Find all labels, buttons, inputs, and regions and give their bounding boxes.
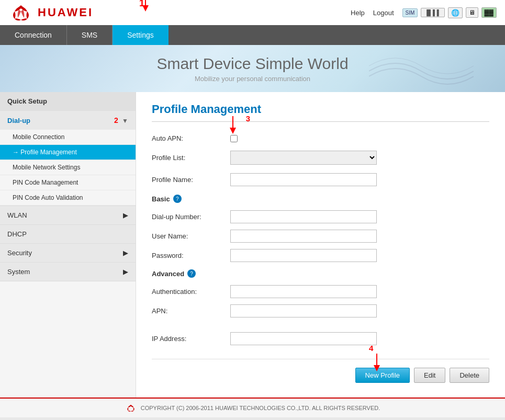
globe-icon: 🌐: [448, 7, 463, 18]
password-input[interactable]: [230, 249, 377, 262]
footer: COPYRIGHT (C) 2006-2011 HUAWEI TECHNOLOG…: [0, 398, 505, 417]
apn-row: APN:: [152, 301, 489, 321]
profile-list-row: Profile List:: [152, 146, 489, 169]
auto-apn-checkbox[interactable]: [230, 135, 238, 142]
main-area: Quick Setup Dial-up 2 ▼ Mobile Connectio…: [0, 92, 505, 398]
banner-decoration: [369, 50, 474, 92]
authentication-input[interactable]: [230, 285, 377, 298]
dhcp-header[interactable]: DHCP: [0, 225, 136, 243]
banner-subtitle: Mobilize your personal communication: [195, 75, 310, 83]
ip-address-label: IP Address:: [152, 335, 230, 343]
profile-list-select[interactable]: [230, 151, 377, 165]
system-label: System: [7, 268, 30, 276]
annotation-3: 3: [246, 114, 250, 123]
apn-input[interactable]: [230, 304, 377, 317]
basic-section-header: Basic ?: [152, 190, 489, 207]
sidebar-item-mobile-network[interactable]: Mobile Network Settings: [0, 160, 136, 175]
auto-apn-label: Auto APN:: [152, 134, 230, 142]
nav-item-connection[interactable]: Connection: [0, 25, 67, 45]
profile-name-input[interactable]: [230, 173, 377, 186]
nav-item-settings[interactable]: Settings: [113, 25, 169, 45]
header-logo: HUAWEI 1: [8, 3, 129, 22]
ip-address-row: IP Address:: [152, 329, 489, 348]
dialup-arrow: 2 ▼: [114, 116, 128, 124]
username-input[interactable]: [230, 230, 377, 243]
wlan-header[interactable]: WLAN ▶: [0, 206, 136, 224]
help-link[interactable]: Help: [351, 9, 365, 17]
banner-title: Smart Device Simple World: [156, 55, 348, 73]
logout-link[interactable]: Logout: [373, 9, 394, 17]
annotation-arrow-4: [369, 353, 385, 371]
sidebar-item-pin-auto-validation[interactable]: PIN Code Auto Validation: [0, 190, 136, 206]
dialup-label: Dial-up: [7, 117, 30, 124]
profile-name-row: Profile Name:: [152, 169, 489, 190]
logo-text: HUAWEI: [38, 6, 93, 19]
auto-apn-control: 3: [230, 135, 259, 142]
delete-button[interactable]: Delete: [450, 368, 489, 383]
authentication-row: Authentication:: [152, 282, 489, 301]
profile-name-label: Profile Name:: [152, 176, 230, 184]
battery-icon: ▓▓: [481, 7, 497, 18]
advanced-section-header: Advanced ?: [152, 265, 489, 282]
username-label: User Name:: [152, 232, 230, 240]
wlan-label: WLAN: [7, 211, 27, 219]
dialup-number-row: Dial-up Number:: [152, 207, 489, 226]
footer-logo-icon: [125, 404, 137, 412]
sidebar-section-wlan: WLAN ▶: [0, 206, 136, 225]
quick-setup-header[interactable]: Quick Setup: [0, 92, 136, 110]
annotation-2: 2: [114, 116, 118, 124]
banner: Smart Device Simple World Mobilize your …: [0, 45, 505, 92]
dialup-number-input[interactable]: [230, 210, 377, 223]
annotation-arrow-1: [136, 0, 157, 12]
sidebar-item-pin-management[interactable]: PIN Code Management: [0, 175, 136, 190]
status-icons: SIM ▐▌▌▌ 🌐 🖥 ▓▓: [402, 7, 497, 18]
button-row: 4 New Profile Edit Delete: [152, 359, 489, 387]
monitor-icon: 🖥: [466, 7, 478, 18]
dialup-header[interactable]: Dial-up 2 ▼: [0, 111, 136, 130]
sim-icon: SIM: [402, 8, 418, 17]
annotation-4: 4: [369, 344, 373, 353]
annotation-3-container: 3: [225, 115, 241, 135]
header-right: Help Logout SIM ▐▌▌▌ 🌐 🖥 ▓▓: [351, 7, 497, 18]
sidebar-item-mobile-connection[interactable]: Mobile Connection: [0, 130, 136, 145]
sidebar: Quick Setup Dial-up 2 ▼ Mobile Connectio…: [0, 92, 136, 398]
system-header[interactable]: System ▶: [0, 263, 136, 281]
basic-help-icon[interactable]: ?: [173, 195, 182, 203]
dialup-number-label: Dial-up Number:: [152, 213, 230, 221]
security-label: Security: [7, 249, 32, 257]
wlan-arrow: ▶: [123, 211, 128, 219]
system-arrow: ▶: [123, 268, 128, 276]
username-row: User Name:: [152, 226, 489, 246]
sidebar-section-security: Security ▶: [0, 244, 136, 263]
annotation-arrow-3: [225, 115, 241, 134]
nav-item-sms[interactable]: SMS: [67, 25, 113, 45]
security-arrow: ▶: [123, 249, 128, 257]
edit-button[interactable]: Edit: [414, 368, 445, 383]
sidebar-section-quicksetup: Quick Setup: [0, 92, 136, 111]
advanced-help-icon[interactable]: ?: [187, 269, 196, 278]
top-bar: HUAWEI 1 Help Logout SIM ▐▌▌▌ 🌐 🖥 ▓▓: [0, 0, 505, 25]
navbar: Connection SMS Settings: [0, 25, 505, 45]
footer-copyright: COPYRIGHT (C) 2006-2011 HUAWEI TECHNOLOG…: [141, 405, 380, 411]
apn-label: APN:: [152, 307, 230, 315]
basic-label: Basic: [152, 195, 170, 203]
content-area: Profile Management Auto APN: 3 Profile L…: [136, 92, 505, 398]
authentication-label: Authentication:: [152, 288, 230, 296]
sidebar-section-dhcp: DHCP: [0, 225, 136, 244]
sidebar-section-system: System ▶: [0, 263, 136, 281]
profile-list-label: Profile List:: [152, 154, 230, 162]
annotation-4-container: 4: [369, 344, 385, 371]
ip-address-input[interactable]: [230, 332, 377, 345]
huawei-logo-icon: [8, 3, 33, 22]
signal-icon: ▐▌▌▌: [421, 8, 444, 17]
security-header[interactable]: Security ▶: [0, 244, 136, 262]
sidebar-item-profile-management[interactable]: → Profile Management: [0, 145, 136, 160]
auto-apn-row: Auto APN: 3: [152, 130, 489, 146]
page-title: Profile Management: [152, 103, 489, 122]
sidebar-section-dialup: Dial-up 2 ▼ Mobile Connection → Profile …: [0, 111, 136, 206]
advanced-label: Advanced: [152, 270, 184, 278]
dhcp-label: DHCP: [7, 230, 27, 238]
password-label: Password:: [152, 252, 230, 259]
password-row: Password:: [152, 246, 489, 265]
quick-setup-label: Quick Setup: [7, 97, 47, 105]
